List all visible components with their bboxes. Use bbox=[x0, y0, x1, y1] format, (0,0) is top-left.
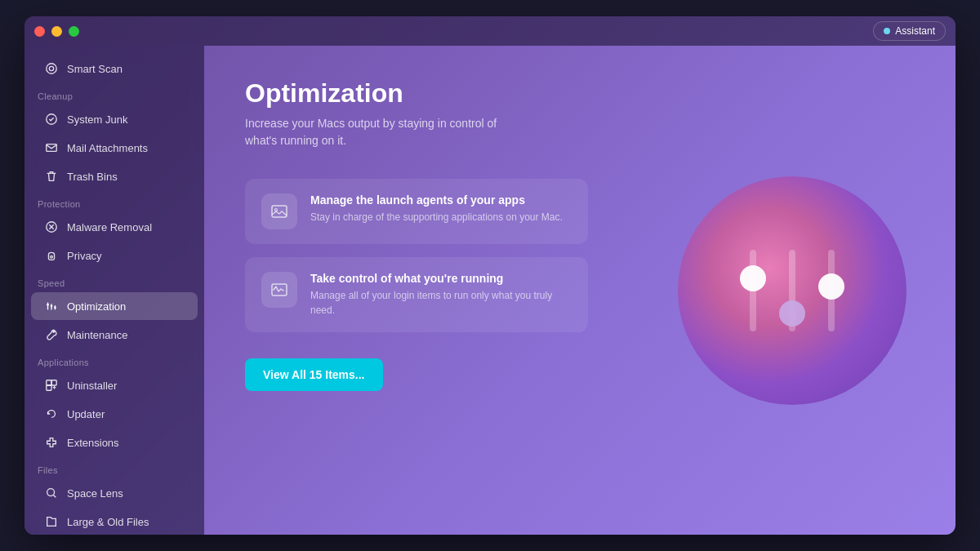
optimization-illustration bbox=[678, 176, 906, 405]
svg-rect-3 bbox=[47, 144, 56, 152]
activity-icon bbox=[270, 281, 288, 299]
extensions-icon bbox=[44, 435, 59, 450]
page-title: Optimization bbox=[245, 78, 915, 109]
sidebar-item-optimization[interactable]: Optimization bbox=[31, 292, 198, 320]
svg-point-9 bbox=[47, 304, 49, 306]
sidebar-item-extensions[interactable]: Extensions bbox=[31, 429, 198, 456]
sidebar-item-maintenance[interactable]: Maintenance bbox=[31, 321, 198, 349]
updater-icon bbox=[44, 407, 59, 421]
large-old-files-icon bbox=[44, 514, 59, 529]
svg-point-10 bbox=[51, 305, 53, 308]
launch-agents-card-icon bbox=[261, 193, 297, 229]
sidebar-item-mail-attachments[interactable]: Mail Attachments bbox=[31, 134, 198, 162]
sidebar-item-smart-scan[interactable]: Smart Scan bbox=[31, 55, 198, 82]
space-lens-icon bbox=[44, 486, 59, 500]
sidebar-section-protection: Protection bbox=[24, 191, 204, 212]
sidebar-item-label: Large & Old Files bbox=[67, 516, 149, 528]
malware-removal-icon bbox=[44, 220, 59, 234]
system-junk-icon bbox=[44, 112, 59, 127]
feature-card-launch-agents[interactable]: Manage the launch agents of your apps St… bbox=[245, 179, 588, 244]
assistant-button[interactable]: Assistant bbox=[873, 21, 946, 41]
svg-rect-12 bbox=[47, 380, 51, 385]
maintenance-icon bbox=[44, 327, 59, 342]
sidebar-item-label: Updater bbox=[67, 408, 105, 420]
sidebar-item-label: Uninstaller bbox=[67, 380, 117, 392]
sidebar-item-label: Privacy bbox=[67, 250, 102, 262]
svg-rect-14 bbox=[47, 385, 51, 390]
login-items-card-text: Take control of what you're running Mana… bbox=[310, 272, 572, 318]
image-icon bbox=[270, 202, 288, 220]
sidebar-section-applications: Applications bbox=[24, 349, 204, 371]
sidebar-item-label: System Junk bbox=[67, 113, 127, 126]
svg-rect-17 bbox=[272, 206, 287, 217]
maximize-button[interactable] bbox=[69, 26, 79, 37]
close-button[interactable] bbox=[34, 26, 45, 37]
sidebar-item-uninstaller[interactable]: Uninstaller bbox=[31, 371, 198, 399]
privacy-icon bbox=[44, 248, 59, 263]
app-body: Smart Scan Cleanup System Junk bbox=[24, 46, 956, 535]
sidebar-item-label: Extensions bbox=[67, 437, 119, 449]
trash-bins-icon bbox=[44, 169, 59, 184]
sidebar-item-malware-removal[interactable]: Malware Removal bbox=[31, 213, 198, 241]
view-all-button[interactable]: View All 15 Items... bbox=[245, 358, 383, 391]
minimize-button[interactable] bbox=[51, 26, 62, 37]
sidebar-item-label: Mail Attachments bbox=[67, 142, 148, 154]
svg-point-11 bbox=[54, 306, 56, 309]
main-content: Optimization Increase your Macs output b… bbox=[204, 46, 956, 535]
feature-card-login-items[interactable]: Take control of what you're running Mana… bbox=[245, 257, 588, 332]
login-items-description: Manage all of your login items to run on… bbox=[310, 288, 572, 318]
optimization-icon bbox=[44, 299, 59, 313]
mail-attachments-icon bbox=[44, 140, 59, 155]
launch-agents-title: Manage the launch agents of your apps bbox=[310, 193, 563, 207]
svg-point-23 bbox=[740, 265, 766, 291]
app-window: Assistant Smart Scan Cleanup bbox=[24, 16, 956, 535]
svg-point-25 bbox=[779, 300, 805, 327]
assistant-dot-icon bbox=[884, 28, 890, 34]
sidebar-item-system-junk[interactable]: System Junk bbox=[31, 105, 198, 133]
sidebar-item-label: Malware Removal bbox=[67, 221, 152, 233]
sidebar-section-cleanup: Cleanup bbox=[24, 83, 204, 104]
sidebar-item-space-lens[interactable]: Space Lens bbox=[31, 479, 198, 507]
svg-point-0 bbox=[47, 64, 56, 73]
sliders-svg bbox=[719, 217, 866, 364]
traffic-lights bbox=[34, 26, 79, 37]
sidebar: Smart Scan Cleanup System Junk bbox=[24, 46, 204, 535]
sidebar-section-speed: Speed bbox=[24, 270, 204, 291]
launch-agents-card-text: Manage the launch agents of your apps St… bbox=[310, 193, 563, 224]
sidebar-item-label: Smart Scan bbox=[67, 63, 122, 75]
illustration-circle bbox=[678, 176, 906, 405]
svg-point-18 bbox=[275, 209, 278, 211]
sidebar-section-files: Files bbox=[24, 457, 204, 478]
svg-point-1 bbox=[49, 66, 53, 70]
sidebar-item-trash-bins[interactable]: Trash Bins bbox=[31, 162, 198, 190]
sidebar-item-label: Trash Bins bbox=[67, 171, 118, 183]
login-items-title: Take control of what you're running bbox=[310, 272, 572, 285]
sidebar-item-label: Maintenance bbox=[67, 329, 127, 341]
login-items-card-icon bbox=[261, 272, 297, 308]
assistant-label: Assistant bbox=[895, 25, 935, 37]
sidebar-item-label: Optimization bbox=[67, 300, 126, 313]
title-bar: Assistant bbox=[24, 16, 956, 46]
launch-agents-description: Stay in charge of the supporting applica… bbox=[310, 210, 563, 224]
svg-point-15 bbox=[47, 489, 55, 496]
uninstaller-icon bbox=[44, 378, 59, 393]
smart-scan-icon bbox=[44, 61, 59, 76]
sidebar-item-updater[interactable]: Updater bbox=[31, 400, 198, 428]
sidebar-item-large-old-files[interactable]: Large & Old Files bbox=[31, 508, 198, 535]
svg-point-24 bbox=[818, 273, 844, 300]
sidebar-item-privacy[interactable]: Privacy bbox=[31, 242, 198, 269]
sidebar-item-label: Space Lens bbox=[67, 487, 123, 500]
page-subtitle: Increase your Macs output by staying in … bbox=[245, 115, 523, 149]
svg-point-5 bbox=[51, 256, 53, 258]
svg-rect-13 bbox=[51, 380, 56, 385]
